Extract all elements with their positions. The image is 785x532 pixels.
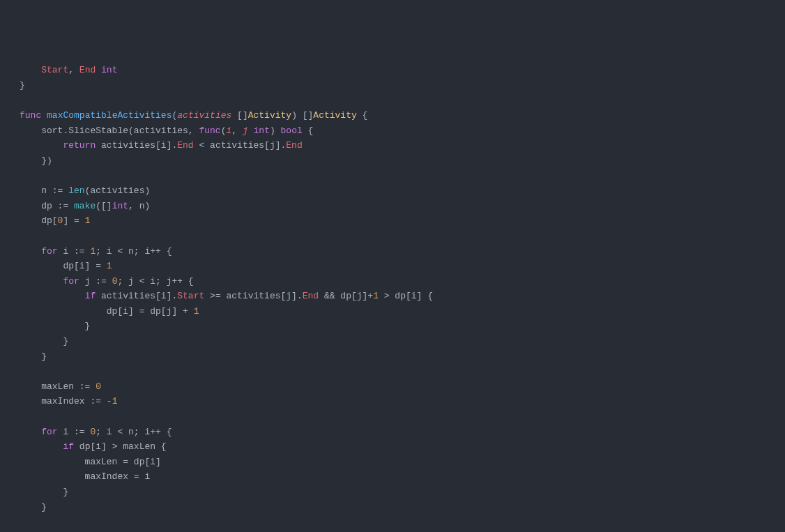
- code-line[interactable]: dp[i] = 1: [20, 259, 785, 274]
- code-line[interactable]: [20, 409, 785, 425]
- token-ident: ; i < n; i++ {: [96, 427, 172, 437]
- token-ident: [248, 126, 254, 136]
- code-line[interactable]: maxLen := 0: [20, 379, 785, 395]
- token-num: 1: [85, 215, 91, 226]
- token-typ: int: [254, 126, 270, 136]
- token-ident: }: [20, 487, 68, 497]
- token-ident: dp[i] > maxLen {: [74, 441, 167, 452]
- code-line[interactable]: maxIndex = i: [20, 469, 785, 485]
- token-num: 1: [373, 291, 379, 301]
- token-ident: >= activities[j].: [204, 291, 302, 301]
- code-line[interactable]: }: [20, 485, 785, 500]
- token-kw: for: [41, 427, 57, 437]
- code-line[interactable]: dp[i] = dp[j] + 1: [20, 304, 785, 319]
- token-ident: n :=: [20, 185, 68, 196]
- code-line[interactable]: }: [20, 349, 785, 365]
- token-ident: }: [20, 336, 68, 347]
- token-ident: && dp[j]+: [319, 291, 373, 301]
- token-typ: int: [112, 201, 128, 211]
- code-line[interactable]: }: [20, 334, 785, 349]
- token-ident: dp :=: [20, 201, 74, 211]
- token-ident: }: [20, 80, 25, 91]
- code-line[interactable]: }): [20, 153, 785, 169]
- token-fn: maxCompatibleActivities: [47, 110, 172, 121]
- token-prm: activities: [177, 110, 231, 121]
- token-prop: Start: [177, 291, 204, 301]
- code-line[interactable]: [20, 169, 785, 184]
- token-ident: {: [303, 126, 314, 136]
- token-etyp: Activity: [248, 110, 291, 121]
- code-line[interactable]: [20, 364, 785, 379]
- code-line[interactable]: }: [20, 319, 785, 334]
- code-line[interactable]: maxLen = dp[i]: [20, 455, 785, 470]
- code-line[interactable]: return activities[i].End < activities[j]…: [20, 138, 785, 153]
- code-line[interactable]: maxIndex := -1: [20, 394, 785, 409]
- token-ident: j :=: [79, 276, 112, 287]
- token-kw: for: [41, 246, 57, 257]
- code-line[interactable]: for j := 0; j < i; j++ {: [20, 274, 785, 289]
- token-ident: }): [20, 155, 52, 166]
- token-ident: ) []: [291, 110, 313, 121]
- token-ident: ] =: [63, 215, 84, 226]
- token-ident: maxIndex := -: [20, 396, 112, 406]
- token-ident: dp[i] =: [20, 261, 107, 271]
- code-line[interactable]: }: [20, 500, 785, 515]
- token-ident: ; i < n; i++ {: [96, 246, 172, 257]
- token-etyp: Activity: [313, 110, 356, 121]
- token-ident: dp[: [20, 215, 58, 226]
- token-ident: [96, 65, 101, 75]
- token-ident: [20, 441, 63, 452]
- code-line[interactable]: Start, End int: [20, 63, 785, 78]
- token-ident: dp[i] = dp[j] +: [20, 306, 194, 317]
- token-typ: bool: [281, 126, 303, 136]
- token-ident: > dp[i] {: [379, 291, 433, 301]
- code-line[interactable]: for i := 0; i < n; i++ {: [20, 425, 785, 440]
- code-line[interactable]: [20, 93, 785, 109]
- code-line[interactable]: sort.SliceStable(activities, func(i, j i…: [20, 123, 785, 139]
- token-ident: ,: [231, 126, 243, 136]
- token-ident: [20, 276, 63, 287]
- token-ident: [20, 291, 85, 301]
- token-prop: End: [303, 291, 319, 301]
- token-ident: i :=: [58, 427, 91, 437]
- token-prop: End: [177, 140, 193, 151]
- token-ident: [20, 427, 41, 437]
- code-line[interactable]: n := len(activities): [20, 183, 785, 199]
- token-ident: (activities): [85, 185, 151, 196]
- token-ident: < activities[j].: [194, 140, 287, 151]
- token-ident: maxLen :=: [20, 381, 96, 392]
- code-line[interactable]: dp := make([]int, n): [20, 199, 785, 214]
- token-kw: if: [85, 291, 96, 301]
- code-line[interactable]: }: [20, 78, 785, 93]
- code-line[interactable]: dp[0] = 1: [20, 213, 785, 229]
- token-ident: ; j < i; j++ {: [117, 276, 193, 287]
- token-decl: End: [79, 65, 96, 75]
- token-bfn: len: [68, 185, 84, 196]
- token-ident: maxLen = dp[i]: [20, 457, 161, 467]
- code-line[interactable]: for i := 1; i < n; i++ {: [20, 244, 785, 259]
- token-ident: }: [20, 321, 90, 331]
- token-num: 1: [107, 261, 112, 271]
- token-ident: ): [270, 126, 281, 136]
- code-line[interactable]: [20, 515, 785, 530]
- token-ident: , n): [128, 201, 150, 211]
- token-ident: []: [231, 110, 247, 121]
- token-prm: j: [243, 126, 248, 136]
- token-ident: ([]: [96, 201, 112, 211]
- token-ident: [41, 110, 47, 121]
- token-kw: return: [63, 140, 96, 151]
- code-line[interactable]: if dp[i] > maxLen {: [20, 439, 785, 455]
- token-ident: [20, 140, 63, 151]
- token-kw: func: [199, 126, 220, 136]
- token-ident: sort.SliceStable(activities,: [20, 126, 199, 136]
- token-ident: ,: [68, 65, 79, 75]
- token-ident: i :=: [58, 246, 91, 257]
- token-ident: [20, 246, 41, 257]
- code-line[interactable]: func maxCompatibleActivities(activities …: [20, 108, 785, 123]
- code-editor[interactable]: Start, End int} func maxCompatibleActivi…: [0, 63, 785, 532]
- token-ident: activities[i].: [96, 140, 177, 151]
- token-num: 0: [96, 381, 101, 392]
- token-ident: }: [20, 351, 47, 362]
- code-line[interactable]: if activities[i].Start >= activities[j].…: [20, 289, 785, 304]
- code-line[interactable]: [20, 229, 785, 244]
